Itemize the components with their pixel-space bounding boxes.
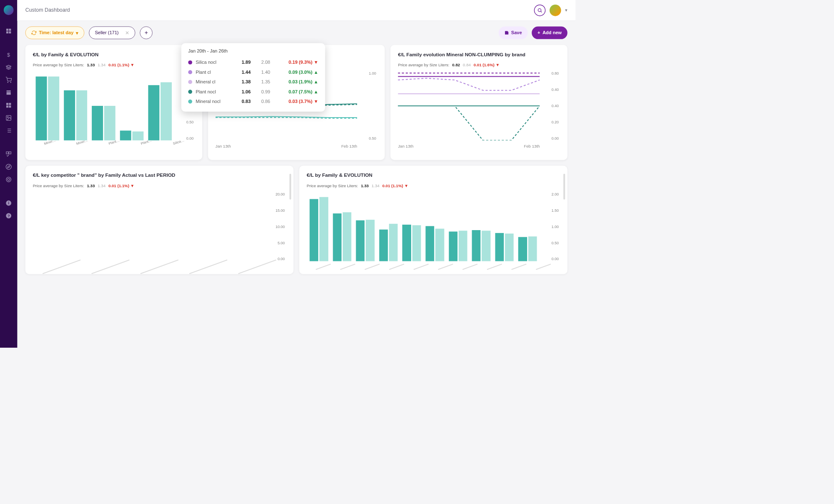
nav-image-icon[interactable] xyxy=(3,113,14,123)
card-meta: Price average by Size Liters: 0.82 0.84 … xyxy=(398,63,560,67)
svg-text:?: ? xyxy=(8,214,10,218)
nav-dashboard-icon[interactable] xyxy=(3,26,14,36)
chart-tooltip: Jan 20th - Jan 26th Silica nocl 1.89 2.0… xyxy=(181,43,325,112)
nav-list-icon[interactable] xyxy=(3,125,14,136)
chevron-down-icon: ▾ xyxy=(76,30,78,35)
svg-point-24 xyxy=(8,178,10,181)
close-icon[interactable]: ✕ xyxy=(125,30,129,36)
chart-c5: 2.001.501.000.500.00 xyxy=(307,192,560,261)
svg-point-5 xyxy=(8,82,8,83)
chart-c4: 20.0015.0010.005.000.00 xyxy=(33,192,286,261)
svg-point-12 xyxy=(8,117,9,118)
svg-rect-2 xyxy=(6,31,8,33)
card-competitor-stacked: €/L key competitor " brand" by Family Ac… xyxy=(25,165,294,274)
search-icon xyxy=(537,8,542,13)
save-label: Save xyxy=(511,30,522,35)
chevron-down-icon[interactable]: ▾ xyxy=(565,8,568,13)
card-title: €/L by Family & EVOLUTION xyxy=(33,52,195,58)
nav-compass-icon[interactable] xyxy=(3,162,14,172)
save-button[interactable]: Save xyxy=(499,26,528,39)
svg-text:i: i xyxy=(8,201,9,205)
nav-grid-icon[interactable] xyxy=(3,100,14,110)
add-filter-button[interactable]: + xyxy=(140,26,153,39)
nav-pricing-icon[interactable]: $ xyxy=(3,50,14,60)
svg-rect-10 xyxy=(9,105,11,108)
card-title: €/L by Family & EVOLUTION xyxy=(307,173,560,178)
card-meta: Price average by Size Liters: 1.33 1.34 … xyxy=(33,63,195,67)
card-meta: Price average by Size Liters: 1.33 1.34 … xyxy=(307,183,560,188)
page-title: Custom Dashboard xyxy=(25,7,70,13)
svg-point-23 xyxy=(6,177,11,182)
filter-bar: Time: latest day ▾ Seller (171) ✕ + Save… xyxy=(17,21,575,45)
chart-c1: 2.001.501.000.500.00 xyxy=(33,71,195,140)
card-family-evolution-bar: €/L by Family & EVOLUTION Price average … xyxy=(25,45,202,160)
card-meta: Price average by Size Liters: 1.33 1.34 … xyxy=(33,183,286,188)
svg-point-21 xyxy=(6,164,11,170)
nav-target-icon[interactable] xyxy=(3,174,14,185)
card-title: €/L key competitor " brand" by Family Ac… xyxy=(33,173,286,178)
svg-rect-9 xyxy=(6,105,8,108)
svg-rect-7 xyxy=(6,103,8,105)
topbar: Custom Dashboard ▾ xyxy=(17,0,575,21)
plus-icon: + xyxy=(538,30,540,35)
sidebar: $ i ? xyxy=(0,0,17,348)
add-new-button[interactable]: + Add new xyxy=(532,26,568,39)
save-icon xyxy=(504,30,509,35)
svg-marker-22 xyxy=(8,166,10,168)
svg-rect-19 xyxy=(6,152,8,154)
nav-cart-icon[interactable] xyxy=(3,75,14,85)
chart-c3: 0.800.400.400.200.00 xyxy=(398,71,560,140)
svg-rect-1 xyxy=(9,29,11,31)
tooltip-title: Jan 20th - Jan 26th xyxy=(188,48,318,53)
nav-help-icon[interactable]: ? xyxy=(3,211,14,221)
nav-store-icon[interactable] xyxy=(3,88,14,98)
nav-stack-icon[interactable] xyxy=(3,62,14,73)
search-button[interactable] xyxy=(534,5,546,16)
card-title: €/L Family evolution Mineral NON-CLUMPIN… xyxy=(398,52,560,58)
svg-rect-3 xyxy=(9,31,11,33)
scrollbar[interactable] xyxy=(289,174,291,200)
svg-rect-8 xyxy=(9,103,11,105)
time-filter[interactable]: Time: latest day ▾ xyxy=(25,26,84,39)
card-family-evolution-bar-2: €/L by Family & EVOLUTION Price average … xyxy=(299,165,568,274)
seller-filter[interactable]: Seller (171) ✕ xyxy=(89,26,136,39)
time-filter-label: Time: latest day xyxy=(39,30,73,35)
nav-info-icon[interactable]: i xyxy=(3,198,14,208)
nav-check-icon[interactable] xyxy=(3,149,14,159)
svg-rect-20 xyxy=(9,152,11,154)
add-new-label: Add new xyxy=(543,30,562,35)
svg-point-29 xyxy=(538,8,541,11)
svg-point-6 xyxy=(10,82,11,83)
svg-rect-0 xyxy=(6,29,8,31)
scrollbar[interactable] xyxy=(563,174,565,200)
seller-filter-label: Seller (171) xyxy=(95,30,118,35)
card-brand-line: €/L Family evolution Mineral NON-CLUMPIN… xyxy=(391,45,568,160)
svg-text:$: $ xyxy=(7,52,10,58)
refresh-icon xyxy=(31,30,36,35)
avatar[interactable] xyxy=(550,5,561,16)
svg-line-30 xyxy=(541,11,542,12)
logo xyxy=(4,5,13,15)
